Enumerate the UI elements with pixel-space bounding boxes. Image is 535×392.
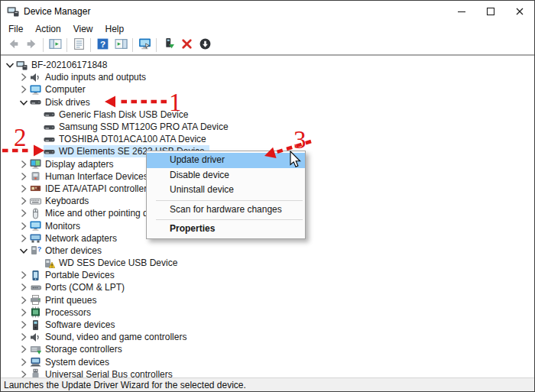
chevron-expanded-icon[interactable] — [4, 59, 16, 71]
chevron-collapsed-icon[interactable] — [18, 83, 30, 96]
scan-hardware-icon — [138, 37, 151, 53]
tree-row-content[interactable]: BF-202106171848 — [16, 59, 109, 71]
properties-page-button[interactable] — [70, 37, 88, 53]
chevron-spacer — [31, 145, 44, 157]
tree-row-portable-devices[interactable]: Portable Devices — [1, 269, 534, 281]
tree-row-content[interactable]: Print queues — [30, 294, 99, 306]
tree-row-audio-inputs-and-outputs[interactable]: Audio inputs and outputs — [1, 71, 534, 83]
context-item-properties[interactable]: Properties — [147, 222, 305, 237]
chevron-collapsed-icon[interactable] — [18, 269, 30, 281]
tree-row-content[interactable]: Ports (COM & LPT) — [30, 281, 127, 293]
tree-row-universal-serial-bus-controllers[interactable]: Universal Serial Bus controllers — [1, 368, 534, 377]
update-driver-button[interactable] — [159, 37, 177, 53]
tree-row-content[interactable]: TOSHIBA DT01ACA100 ATA Device — [44, 133, 209, 145]
chevron-collapsed-icon[interactable] — [18, 356, 30, 368]
tree-row-content[interactable]: Network adapters — [30, 232, 119, 245]
tree-row-content[interactable]: Generic Flash Disk USB Device — [44, 109, 190, 121]
context-item-scan-for-hardware-changes[interactable]: Scan for hardware changes — [147, 202, 305, 218]
action-pane-button[interactable] — [112, 37, 130, 53]
tree-row-processors[interactable]: Processors — [1, 306, 534, 319]
disable-device-button[interactable] — [196, 37, 214, 53]
chevron-collapsed-icon[interactable] — [18, 71, 30, 83]
scan-hardware-button[interactable] — [135, 37, 154, 53]
chevron-collapsed-icon[interactable] — [18, 220, 30, 232]
device-manager-app-icon — [7, 5, 19, 18]
chevron-collapsed-icon[interactable] — [18, 281, 30, 293]
tree-row-system-devices[interactable]: System devices — [1, 356, 534, 368]
minimize-button[interactable] — [447, 1, 476, 22]
tree-row-toshiba-dt01aca100-ata-device[interactable]: TOSHIBA DT01ACA100 ATA Device — [1, 133, 534, 145]
forward-arrow-button[interactable] — [22, 37, 41, 53]
back-arrow-button[interactable] — [4, 37, 22, 53]
console-tree-button[interactable] — [46, 37, 64, 53]
close-button[interactable] — [505, 1, 534, 22]
tree-row-content[interactable]: System devices — [30, 356, 112, 368]
tree-row-print-queues[interactable]: Print queues — [1, 294, 534, 306]
tree-row-content[interactable]: WD SES Device USB Device — [44, 257, 180, 269]
chevron-expanded-icon[interactable] — [18, 245, 30, 257]
port-connector-icon — [30, 282, 41, 293]
tree-row-ports-com-lpt[interactable]: Ports (COM & LPT) — [1, 281, 534, 293]
chevron-collapsed-icon[interactable] — [18, 343, 30, 355]
tree-row-samsung-ssd-mt120g-pro-ata-device[interactable]: Samsung SSD MT120G PRO ATA Device — [1, 121, 534, 133]
tree-row-sound-video-and-game-controllers[interactable]: Sound, video and game controllers — [1, 331, 534, 343]
uninstall-device-icon — [180, 37, 193, 53]
menu-help[interactable]: Help — [99, 24, 131, 34]
tree-row-content[interactable]: Keyboards — [30, 195, 91, 207]
chevron-collapsed-icon[interactable] — [18, 207, 30, 219]
tree-row-content[interactable]: Human Interface Devices — [30, 170, 151, 183]
tree-row-content[interactable]: IDE ATA/ATAPI controllers — [30, 183, 154, 195]
chevron-expanded-icon[interactable] — [18, 96, 30, 109]
chevron-collapsed-icon[interactable] — [18, 306, 30, 319]
tree-row-content[interactable]: Samsung SSD MT120G PRO ATA Device — [44, 121, 231, 133]
menu-view[interactable]: View — [67, 24, 99, 34]
device-manager-window: Device Manager FileActionViewHelp ? BF-2… — [0, 0, 535, 392]
tree-row-content[interactable]: ?Other devices — [30, 245, 104, 257]
tree-row-storage-controllers[interactable]: Storage controllers — [1, 343, 534, 355]
chevron-collapsed-icon[interactable] — [18, 183, 30, 195]
update-driver-icon — [162, 37, 175, 53]
tree-row-content[interactable]: Audio inputs and outputs — [30, 71, 148, 83]
tree-row-content[interactable]: Computer — [30, 83, 88, 96]
tree-row-disk-drives[interactable]: Disk drives — [1, 96, 534, 109]
tree-row-bf-202106171848[interactable]: BF-202106171848 — [1, 59, 534, 71]
toolbar-separator — [156, 38, 157, 52]
tree-row-generic-flash-disk-usb-device[interactable]: Generic Flash Disk USB Device — [1, 109, 534, 121]
tree-row-content[interactable]: Monitors — [30, 220, 83, 232]
tree-row-content[interactable]: Software devices — [30, 319, 117, 331]
tree-label: Ports (COM & LPT) — [45, 281, 127, 293]
toolbar: ? — [1, 36, 534, 56]
chevron-collapsed-icon[interactable] — [18, 170, 30, 183]
properties-page-icon — [73, 37, 86, 53]
uninstall-device-button[interactable] — [177, 37, 196, 53]
chevron-collapsed-icon[interactable] — [18, 232, 30, 245]
chevron-collapsed-icon[interactable] — [18, 195, 30, 207]
tree-row-other-devices[interactable]: ?Other devices — [1, 245, 534, 257]
tree-row-content[interactable]: Storage controllers — [30, 343, 125, 355]
chevron-collapsed-icon[interactable] — [18, 158, 30, 170]
chevron-collapsed-icon[interactable] — [18, 331, 30, 343]
chevron-collapsed-icon[interactable] — [18, 294, 30, 306]
chevron-collapsed-icon[interactable] — [18, 319, 30, 331]
titlebar: Device Manager — [1, 1, 534, 22]
window-controls — [447, 1, 534, 22]
context-item-update-driver[interactable]: Update driver — [147, 153, 305, 168]
close-icon — [514, 5, 526, 18]
tree-row-content[interactable]: Disk drives — [30, 96, 92, 109]
tree-row-content[interactable]: Sound, video and game controllers — [30, 331, 189, 343]
tree-row-content[interactable]: Processors — [30, 306, 93, 319]
help-button[interactable]: ? — [93, 37, 112, 53]
tree-row-computer[interactable]: Computer — [1, 83, 534, 96]
tree-row-wd-ses-device-usb-device[interactable]: WD SES Device USB Device — [1, 257, 534, 269]
context-item-uninstall-device[interactable]: Uninstall device — [147, 183, 305, 198]
chevron-collapsed-icon[interactable] — [18, 368, 30, 377]
tree-row-content[interactable]: Portable Devices — [30, 269, 117, 281]
hid-device-icon — [30, 170, 41, 182]
maximize-button[interactable] — [476, 1, 505, 22]
menu-file[interactable]: File — [2, 24, 29, 34]
context-item-disable-device[interactable]: Disable device — [147, 168, 305, 183]
tree-row-content[interactable]: Display adapters — [30, 158, 115, 170]
tree-row-software-devices[interactable]: Software devices — [1, 319, 534, 331]
menu-action[interactable]: Action — [29, 24, 66, 34]
tree-row-content[interactable]: Universal Serial Bus controllers — [30, 368, 175, 377]
